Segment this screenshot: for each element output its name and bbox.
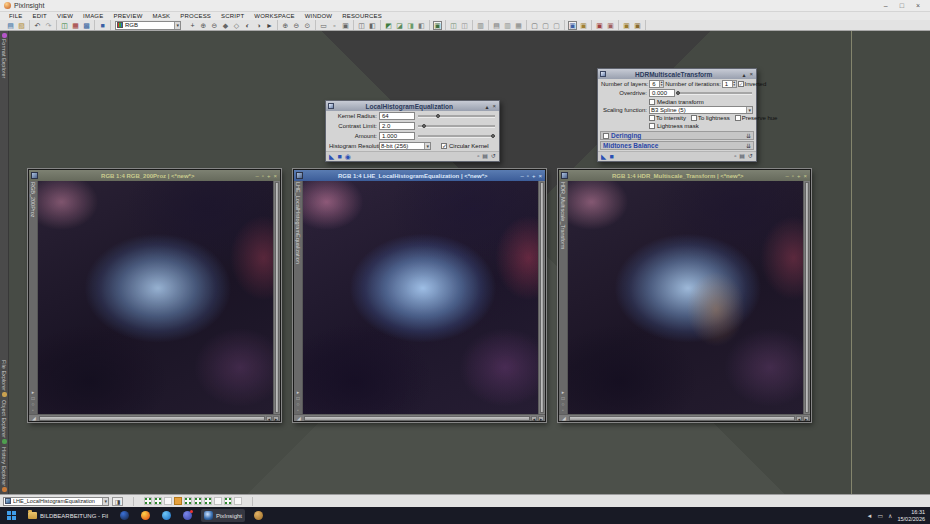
dock-tab-file-explorer[interactable]: File Explorer bbox=[0, 360, 8, 397]
iconize-icon[interactable]: – bbox=[520, 173, 523, 179]
inverted-checkbox[interactable] bbox=[738, 81, 744, 87]
new-instance-icon[interactable]: ◣ bbox=[329, 152, 334, 161]
stf-auto-icon[interactable]: ◩ bbox=[384, 21, 393, 30]
hscroll-thumb[interactable] bbox=[39, 416, 265, 421]
close-window-icon[interactable]: × bbox=[803, 173, 807, 179]
active-view-selector[interactable]: LHE_LocalHistogramEqualization ▾ bbox=[3, 497, 109, 506]
menu-view[interactable]: VIEW bbox=[57, 13, 73, 19]
scroll-right-icon[interactable]: ▸ bbox=[803, 416, 809, 421]
taskbar-clock[interactable]: 16:3115/02/2026 bbox=[897, 509, 925, 522]
dialog-shade-icon[interactable]: ▴ bbox=[484, 103, 489, 110]
dialog-shade-icon[interactable]: ▴ bbox=[741, 71, 746, 78]
lhe-dialog[interactable]: LocalHistogramEqualization ▴× Kernel Rad… bbox=[325, 100, 500, 162]
circular-kernel-checkbox[interactable] bbox=[441, 143, 447, 149]
pan-mode-icon[interactable]: ◆ bbox=[221, 21, 230, 30]
readout-indicator[interactable] bbox=[174, 497, 182, 505]
firefox-icon[interactable] bbox=[138, 509, 153, 522]
window-close-icon[interactable]: × bbox=[916, 1, 920, 11]
window-mode-a-icon[interactable]: ▢ bbox=[530, 21, 539, 30]
param-value[interactable]: 2.0 bbox=[379, 122, 415, 130]
menu-window[interactable]: WINDOW bbox=[305, 13, 333, 19]
section-checkbox[interactable] bbox=[603, 133, 609, 139]
preserve-hue-checkbox[interactable] bbox=[735, 115, 741, 121]
red-window-a-icon[interactable]: ▣ bbox=[595, 21, 604, 30]
chat-icon[interactable] bbox=[180, 509, 195, 522]
param-slider[interactable] bbox=[417, 122, 496, 130]
close-window-icon[interactable]: × bbox=[538, 173, 542, 179]
stf-link-icon[interactable]: ◧ bbox=[417, 21, 426, 30]
vertical-scrollbar[interactable] bbox=[273, 181, 280, 414]
menu-file[interactable]: FILE bbox=[9, 13, 22, 19]
window-mode-b-icon[interactable]: ▢ bbox=[541, 21, 550, 30]
dock-tab-format-explorer[interactable]: Format Explorer bbox=[0, 33, 8, 78]
apply-icon[interactable]: ■ bbox=[609, 152, 613, 161]
view-mode-button[interactable]: ◨ bbox=[112, 497, 123, 506]
param-slider[interactable] bbox=[417, 132, 496, 140]
archive-icon[interactable] bbox=[251, 509, 266, 522]
image-window-titlebar[interactable]: RGB 1:4 LHE_LocalHistogramEqualization |… bbox=[294, 170, 545, 181]
speaker-icon[interactable]: ◄ bbox=[866, 513, 872, 519]
param-value[interactable]: 64 bbox=[379, 112, 415, 120]
image-window-titlebar[interactable]: RGB 1:4 HDR_Multiscale_Transform | <*new… bbox=[559, 170, 810, 181]
reset-icon[interactable]: ↺ bbox=[748, 152, 753, 161]
expand-section-icon[interactable]: ⇊ bbox=[746, 142, 751, 149]
zoom-1-1-icon[interactable]: ⊙ bbox=[303, 21, 312, 30]
new-instance-icon[interactable]: ◣ bbox=[601, 152, 606, 161]
histogram-resolution-select[interactable]: 8-bit (256) ▾ bbox=[379, 142, 431, 150]
fit-window-icon[interactable]: ▫ bbox=[330, 21, 339, 30]
mask-show-icon[interactable]: ▦ bbox=[514, 21, 523, 30]
readout-indicator[interactable] bbox=[184, 497, 192, 505]
image-window-rgb-200proz[interactable]: RGB 1:4 RGB_200Proz | <*new*> –▫+× RGB_2… bbox=[28, 169, 281, 422]
window-minimize-icon[interactable]: – bbox=[884, 1, 888, 11]
readout-indicator[interactable] bbox=[204, 497, 212, 505]
zoom-in-mode-icon[interactable]: ⊕ bbox=[199, 21, 208, 30]
window-mode-c-icon[interactable]: ▢ bbox=[552, 21, 561, 30]
readout-indicator[interactable] bbox=[154, 497, 162, 505]
apply-icon[interactable]: ■ bbox=[337, 152, 341, 161]
zoom-window-icon[interactable]: + bbox=[267, 173, 271, 179]
center-mode-icon[interactable]: ◇ bbox=[232, 21, 241, 30]
channel-selector-combo[interactable]: RGB▾ bbox=[115, 21, 181, 30]
pixinsight-task[interactable]: PixInsight bbox=[201, 509, 245, 522]
window-maximize-icon[interactable]: □ bbox=[900, 1, 904, 11]
browse-documentation-icon[interactable]: ▤ bbox=[739, 152, 745, 161]
to-lightness-checkbox[interactable] bbox=[691, 115, 697, 121]
gold-window-b-icon[interactable]: ▣ bbox=[633, 21, 642, 30]
hdr-dialog-titlebar[interactable]: HDRMultiscaleTransform ▴× bbox=[598, 69, 756, 79]
scroll-right-icon[interactable]: ▸ bbox=[538, 416, 544, 421]
realtime-preview-icon[interactable]: ◉ bbox=[345, 152, 351, 161]
image-window-hdr[interactable]: RGB 1:4 HDR_Multiscale_Transform | <*new… bbox=[558, 169, 811, 422]
iconize-icon[interactable]: – bbox=[785, 173, 788, 179]
dialog-close-icon[interactable]: × bbox=[491, 103, 497, 110]
image-id-tab[interactable]: RGB_200Proz bbox=[29, 182, 37, 217]
side-info-icon[interactable]: ◦ bbox=[31, 408, 34, 413]
stf-reset-icon[interactable]: ◨ bbox=[406, 21, 415, 30]
menu-script[interactable]: SCRIPT bbox=[221, 13, 244, 19]
start-button[interactable] bbox=[4, 509, 19, 522]
close-window-icon[interactable]: × bbox=[273, 173, 277, 179]
scroll-left-icon[interactable]: ◂ bbox=[796, 416, 802, 421]
slider-thumb[interactable] bbox=[436, 114, 440, 118]
new-mask-icon[interactable]: ■ bbox=[98, 21, 107, 30]
save-image-icon[interactable]: ◫ bbox=[60, 21, 69, 30]
scaling-function-select[interactable]: B3 Spline (5) ▾ bbox=[649, 106, 753, 114]
side-info-icon[interactable]: ◦ bbox=[561, 408, 564, 413]
scroll-left-icon[interactable]: ◂ bbox=[531, 416, 537, 421]
overdrive-value[interactable]: 0.000 bbox=[649, 89, 675, 97]
screen-stretch-icon[interactable]: ◫ bbox=[449, 21, 458, 30]
new-window-icon[interactable]: ▣ bbox=[568, 21, 577, 30]
vertical-scrollbar[interactable] bbox=[803, 181, 810, 414]
display-icon[interactable]: ▭ bbox=[877, 512, 883, 519]
nebula-image[interactable] bbox=[38, 181, 273, 414]
edit-instance-icon[interactable]: ▫ bbox=[477, 152, 479, 161]
lightness-mask-checkbox[interactable] bbox=[649, 123, 655, 129]
param-slider[interactable] bbox=[417, 112, 496, 120]
menu-resources[interactable]: RESOURCES bbox=[342, 13, 382, 19]
shade-icon[interactable]: ▫ bbox=[792, 173, 794, 179]
image-side-strip[interactable]: LHE_LocalHistogramEqualization ▸□○◦ bbox=[294, 181, 303, 414]
median-transform-checkbox[interactable] bbox=[649, 99, 655, 105]
zoom-window-icon[interactable]: + bbox=[532, 173, 536, 179]
image-window-titlebar[interactable]: RGB 1:4 RGB_200Proz | <*new*> –▫+× bbox=[29, 170, 280, 181]
onepassword-icon[interactable] bbox=[117, 509, 132, 522]
shade-icon[interactable]: ▫ bbox=[262, 173, 264, 179]
